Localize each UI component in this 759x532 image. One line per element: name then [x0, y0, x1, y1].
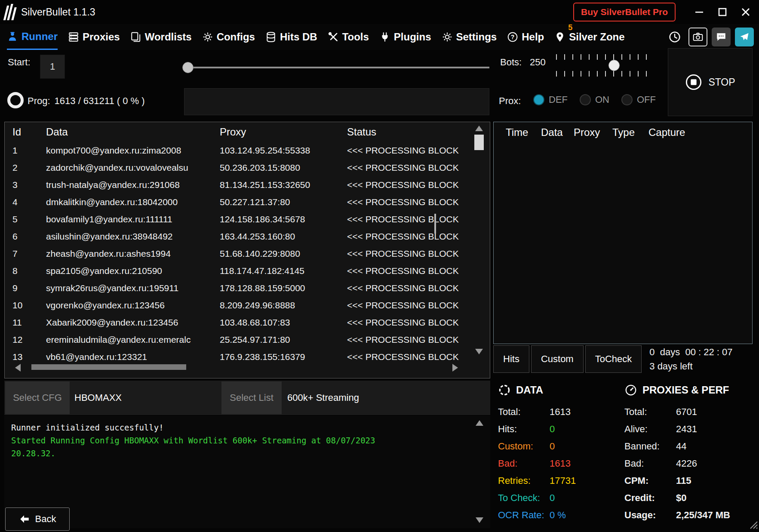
cell-status: <<< PROCESSING BLOCK	[347, 317, 490, 328]
nav-item-hits-db[interactable]: Hits DB	[265, 24, 317, 50]
radio-off-icon[interactable]	[621, 94, 633, 105]
selected-config: HBOMAXX	[74, 381, 122, 415]
cell-data: Xabarik2009@yandex.ru:123456	[46, 317, 220, 328]
results-table-body: 1kompot700@yandex.ru:zima2008103.124.95.…	[5, 142, 490, 378]
history-button[interactable]	[665, 28, 684, 46]
table-row[interactable]: 4dmkalitkin@yandex.ru:1804200050.227.121…	[5, 194, 490, 211]
column-header-data[interactable]: Data	[46, 126, 220, 138]
stat-row: Retries:17731	[498, 472, 627, 489]
cell-status: <<< PROCESSING BLOCK	[347, 214, 490, 224]
vertical-scrollbar[interactable]	[473, 126, 486, 354]
scroll-left-icon[interactable]	[15, 364, 21, 372]
bots-slider-thumb[interactable]	[608, 60, 620, 71]
buy-pro-button[interactable]: Buy SilverBullet Pro	[573, 3, 676, 22]
log-scroll-down-icon[interactable]	[476, 517, 483, 523]
stat-value: 6701	[676, 406, 697, 418]
maximize-button[interactable]	[711, 2, 734, 22]
progress-text: Prog: 1613 / 631211 ( 0 % )	[28, 95, 145, 107]
close-button[interactable]	[734, 2, 757, 22]
table-row[interactable]: 10vgorenko@yandex.ru:1234568.209.249.96:…	[5, 297, 490, 314]
nav-item-configs[interactable]: Configs	[202, 24, 255, 50]
table-row[interactable]: 1kompot700@yandex.ru:zima2008103.124.95.…	[5, 142, 490, 159]
horizontal-scroll-thumb[interactable]	[31, 364, 186, 370]
scroll-up-icon[interactable]	[475, 126, 483, 131]
log-line: Runner initialized succesfully!	[11, 421, 473, 434]
nav-item-runner[interactable]: Runner	[7, 24, 58, 50]
data-stats-title: DATA	[516, 384, 543, 396]
chat-button[interactable]	[712, 28, 731, 46]
column-header-proxy[interactable]: Proxy	[220, 126, 347, 138]
main-nav: Runner Proxies Wordlists Configs Hits DB…	[0, 24, 759, 50]
select-list-button[interactable]: Select List	[221, 381, 282, 414]
nav-item-tools[interactable]: Tools	[328, 24, 369, 50]
table-row[interactable]: 9symrak26rus@yandex.ru:195911178.128.88.…	[5, 280, 490, 297]
start-input[interactable]	[40, 55, 65, 79]
prox-option-def[interactable]: DEF	[533, 94, 568, 105]
column-header-time[interactable]: Time	[506, 126, 537, 138]
tab-custom[interactable]: Custom	[531, 345, 584, 373]
table-row[interactable]: 3trush-natalya@yandex.ru:29106881.134.25…	[5, 176, 490, 194]
stat-value: 0	[550, 424, 555, 435]
column-header-capture[interactable]: Capture	[648, 126, 685, 138]
telegram-button[interactable]	[735, 28, 754, 46]
nav-item-wordlists[interactable]: Wordlists	[130, 24, 192, 50]
table-row[interactable]: 5bovafamily1@yandex.ru:111111124.158.186…	[5, 211, 490, 228]
prox-option-on[interactable]: ON	[580, 94, 609, 105]
nav-label: Silver Zone	[569, 31, 624, 43]
cell-id: 12	[12, 335, 46, 345]
stat-value: 44	[676, 441, 686, 452]
table-row[interactable]: 8spa2105@yandex.ru:210590118.174.47.182:…	[5, 262, 490, 280]
back-button[interactable]: Back	[5, 507, 70, 531]
slider-ticks	[556, 54, 654, 60]
cell-id: 6	[12, 231, 46, 242]
table-row[interactable]: 7zheash@yandex.ru:ashes199451.68.140.229…	[5, 245, 490, 262]
prox-option-off[interactable]: OFF	[621, 94, 656, 105]
stat-value: 17731	[550, 475, 576, 486]
select-cfg-button[interactable]: Select CFG	[5, 381, 70, 414]
log-scroll-up-icon[interactable]	[476, 420, 483, 426]
nav-item-help[interactable]: ? Help	[507, 24, 544, 50]
tab-hits[interactable]: Hits	[493, 345, 529, 373]
vertical-scroll-thumb[interactable]	[474, 135, 484, 150]
nav-item-proxies[interactable]: Proxies	[68, 24, 120, 50]
maximize-icon	[716, 6, 729, 18]
table-row[interactable]: 11Xabarik2009@yandex.ru:123456103.48.68.…	[5, 314, 490, 331]
horizontal-scrollbar[interactable]	[15, 361, 458, 374]
prox-label: Prox:	[499, 95, 521, 107]
screenshot-button[interactable]	[688, 28, 707, 46]
days-left: 3 days left	[649, 359, 732, 373]
cell-proxy: 124.158.186.34:5678	[220, 214, 347, 224]
hits-db-icon	[265, 31, 277, 43]
cell-id: 4	[12, 197, 46, 207]
cell-status: <<< PROCESSING BLOCK	[347, 197, 490, 207]
skip-slider[interactable]	[184, 67, 489, 68]
scroll-down-icon[interactable]	[475, 349, 483, 354]
cell-status: <<< PROCESSING BLOCK	[347, 335, 490, 345]
minimize-button[interactable]	[688, 2, 711, 22]
column-header-proxy[interactable]: Proxy	[574, 126, 608, 138]
stop-button[interactable]: STOP	[668, 48, 753, 116]
skip-slider-thumb[interactable]	[182, 62, 194, 73]
table-row[interactable]: 12ereminaludmila@yandex.ru:emeralc25.254…	[5, 331, 490, 348]
radio-on-icon[interactable]	[580, 94, 591, 105]
radio-def-icon[interactable]	[533, 94, 544, 105]
panel-splitter[interactable]	[434, 214, 436, 234]
column-header-status[interactable]: Status	[347, 126, 490, 138]
nav-item-silver-zone[interactable]: 5 Silver Zone	[554, 24, 624, 50]
table-row[interactable]: 6asilushin@yandex.ru:38948492163.44.253.…	[5, 228, 490, 245]
cell-proxy: 51.68.140.229:8080	[220, 249, 347, 259]
nav-item-plugins[interactable]: Plugins	[379, 24, 431, 50]
bots-slider[interactable]	[556, 54, 654, 77]
resize-grip[interactable]	[748, 519, 758, 531]
tab-tocheck[interactable]: ToCheck	[585, 345, 642, 373]
column-header-type[interactable]: Type	[612, 126, 644, 138]
column-header-data[interactable]: Data	[541, 126, 569, 138]
titlebar: SilverBullet 1.1.3 Buy SilverBullet Pro	[0, 0, 759, 24]
stat-value: 2,25/347 MB	[676, 510, 730, 521]
stat-value: 0	[550, 441, 555, 452]
table-row[interactable]: 2zadorchik@yandex.ru:vovalovealsu50.236.…	[5, 159, 490, 176]
column-header-id[interactable]: Id	[12, 126, 46, 138]
hits-table-header: Time Data Proxy Type Capture	[494, 122, 752, 138]
scroll-right-icon[interactable]	[452, 364, 458, 372]
nav-item-settings[interactable]: Settings	[442, 24, 497, 50]
